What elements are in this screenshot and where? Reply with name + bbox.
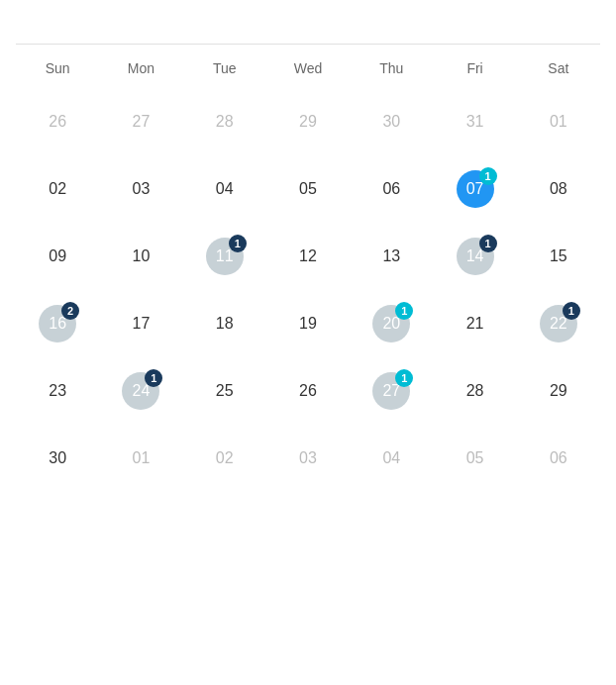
day-cell[interactable]: 27 bbox=[99, 88, 182, 155]
day-wrapper: 04 bbox=[203, 167, 247, 211]
day-wrapper: 17 bbox=[119, 302, 162, 345]
day-wrapper: 12 bbox=[286, 235, 330, 278]
day-cell[interactable]: 29 bbox=[266, 88, 350, 155]
day-number: 30 bbox=[49, 449, 66, 467]
day-number: 06 bbox=[382, 180, 400, 198]
day-cell[interactable]: 26 bbox=[16, 88, 99, 155]
day-wrapper: 27 bbox=[119, 100, 162, 144]
day-cell[interactable]: 01 bbox=[517, 88, 600, 155]
prev-month-button[interactable] bbox=[549, 20, 561, 28]
weekday-label: Tue bbox=[183, 52, 266, 84]
day-cell[interactable]: 06 bbox=[517, 425, 600, 492]
day-number: 08 bbox=[550, 180, 567, 198]
day-number: 03 bbox=[133, 180, 151, 198]
weekday-label: Thu bbox=[350, 52, 433, 84]
day-cell[interactable]: 271 bbox=[350, 357, 433, 425]
day-wrapper: 02 bbox=[36, 167, 79, 211]
day-number: 21 bbox=[466, 315, 484, 333]
day-number: 09 bbox=[49, 247, 66, 265]
day-cell[interactable]: 12 bbox=[266, 223, 350, 290]
day-cell[interactable]: 162 bbox=[16, 290, 99, 357]
day-number: 05 bbox=[299, 180, 317, 198]
day-cell[interactable]: 03 bbox=[266, 425, 350, 492]
day-wrapper: 241 bbox=[119, 369, 162, 413]
day-number: 25 bbox=[216, 382, 234, 400]
day-cell[interactable]: 201 bbox=[350, 290, 433, 357]
day-cell[interactable]: 04 bbox=[183, 155, 266, 223]
nav-buttons bbox=[549, 20, 592, 28]
day-wrapper: 19 bbox=[286, 302, 330, 345]
day-cell[interactable]: 15 bbox=[517, 223, 600, 290]
day-cell[interactable]: 26 bbox=[266, 357, 350, 425]
day-cell[interactable]: 141 bbox=[433, 223, 516, 290]
day-cell[interactable]: 03 bbox=[99, 155, 182, 223]
day-number: 01 bbox=[550, 113, 567, 131]
event-badge: 1 bbox=[479, 235, 497, 252]
event-badge: 2 bbox=[61, 302, 79, 320]
day-wrapper: 29 bbox=[286, 100, 330, 144]
day-cell[interactable]: 10 bbox=[99, 223, 182, 290]
event-badge: 1 bbox=[395, 369, 413, 387]
day-cell[interactable]: 04 bbox=[350, 425, 433, 492]
day-cell[interactable]: 111 bbox=[183, 223, 266, 290]
weekday-label: Fri bbox=[433, 52, 516, 84]
weekday-label: Sun bbox=[16, 52, 99, 84]
calendar: SunMonTueWedThuFriSat 262728293031010203… bbox=[0, 0, 616, 508]
day-cell[interactable]: 02 bbox=[16, 155, 99, 223]
day-cell[interactable]: 28 bbox=[183, 88, 266, 155]
next-month-button[interactable] bbox=[580, 20, 592, 28]
day-cell[interactable]: 241 bbox=[99, 357, 182, 425]
day-wrapper: 06 bbox=[369, 167, 413, 211]
header-divider bbox=[16, 44, 600, 45]
day-cell[interactable]: 31 bbox=[433, 88, 516, 155]
day-cell[interactable]: 23 bbox=[16, 357, 99, 425]
day-wrapper: 23 bbox=[36, 369, 79, 413]
day-wrapper: 21 bbox=[454, 302, 497, 345]
day-cell[interactable]: 29 bbox=[517, 357, 600, 425]
event-badge: 1 bbox=[145, 369, 162, 387]
day-cell[interactable]: 071 bbox=[433, 155, 516, 223]
day-cell[interactable]: 13 bbox=[350, 223, 433, 290]
day-wrapper: 201 bbox=[369, 302, 413, 345]
day-cell[interactable]: 17 bbox=[99, 290, 182, 357]
day-cell[interactable]: 25 bbox=[183, 357, 266, 425]
day-number: 06 bbox=[550, 449, 567, 467]
day-cell[interactable]: 221 bbox=[517, 290, 600, 357]
day-cell[interactable]: 09 bbox=[16, 223, 99, 290]
day-cell[interactable]: 08 bbox=[517, 155, 600, 223]
event-badge: 1 bbox=[563, 302, 580, 320]
day-wrapper: 03 bbox=[286, 437, 330, 480]
day-cell[interactable]: 19 bbox=[266, 290, 350, 357]
weekday-label: Sat bbox=[517, 52, 600, 84]
day-cell[interactable]: 30 bbox=[16, 425, 99, 492]
day-cell[interactable]: 01 bbox=[99, 425, 182, 492]
day-cell[interactable]: 21 bbox=[433, 290, 516, 357]
days-grid: 2627282930310102030405060710809101111213… bbox=[16, 88, 600, 492]
day-number: 26 bbox=[49, 113, 66, 131]
day-number: 29 bbox=[550, 382, 567, 400]
day-wrapper: 071 bbox=[454, 167, 497, 211]
day-number: 28 bbox=[466, 382, 484, 400]
day-cell[interactable]: 30 bbox=[350, 88, 433, 155]
calendar-header bbox=[16, 20, 600, 44]
day-wrapper: 28 bbox=[454, 369, 497, 413]
day-cell[interactable]: 02 bbox=[183, 425, 266, 492]
day-number: 31 bbox=[466, 113, 484, 131]
day-wrapper: 111 bbox=[203, 235, 247, 278]
day-cell[interactable]: 28 bbox=[433, 357, 516, 425]
day-cell[interactable]: 06 bbox=[350, 155, 433, 223]
day-number: 19 bbox=[299, 315, 317, 333]
weekday-label: Mon bbox=[99, 52, 182, 84]
day-wrapper: 25 bbox=[203, 369, 247, 413]
day-wrapper: 271 bbox=[369, 369, 413, 413]
day-wrapper: 05 bbox=[454, 437, 497, 480]
day-number: 12 bbox=[299, 247, 317, 265]
day-wrapper: 26 bbox=[36, 100, 79, 144]
day-wrapper: 15 bbox=[537, 235, 580, 278]
day-cell[interactable]: 05 bbox=[433, 425, 516, 492]
day-cell[interactable]: 18 bbox=[183, 290, 266, 357]
day-number: 15 bbox=[550, 247, 567, 265]
day-cell[interactable]: 05 bbox=[266, 155, 350, 223]
day-wrapper: 10 bbox=[119, 235, 162, 278]
day-wrapper: 01 bbox=[119, 437, 162, 480]
